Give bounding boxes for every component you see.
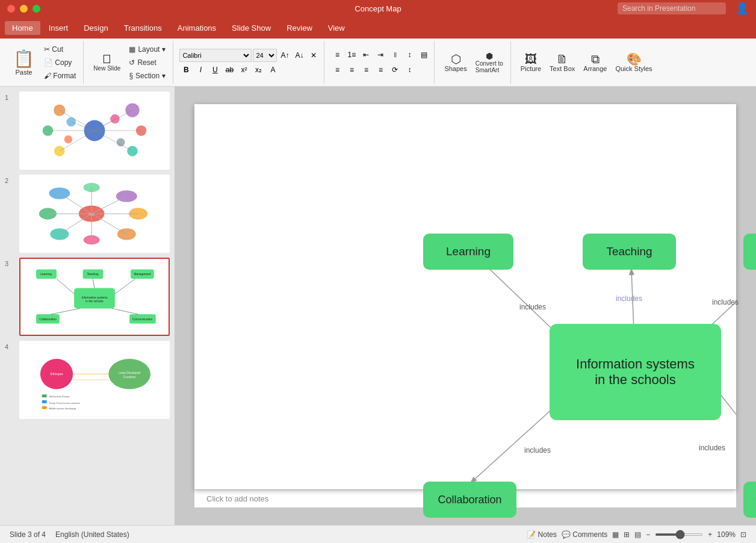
node-teaching[interactable]: Teaching — [583, 234, 676, 270]
text-direction-button[interactable]: ⟳ — [388, 63, 401, 76]
cut-button[interactable]: ✂ Cut — [40, 43, 79, 55]
clear-format-button[interactable]: ✕ — [307, 49, 320, 62]
slide-thumb-2[interactable]: Risk — [19, 175, 170, 253]
learning-label: Learning — [446, 245, 491, 258]
search-input[interactable] — [618, 2, 726, 14]
menu-home[interactable]: Home — [5, 21, 40, 35]
copy-button[interactable]: 📄 Copy — [40, 57, 79, 69]
svg-text:Teaching: Teaching — [87, 273, 99, 276]
fit-slide-button[interactable]: ⊡ — [740, 530, 746, 539]
slide-thumb-1[interactable] — [19, 92, 170, 170]
layout-button[interactable]: ▦ Layout ▾ — [125, 43, 169, 55]
zoom-plus-button[interactable]: + — [708, 530, 712, 539]
normal-view-button[interactable]: ▦ — [612, 530, 619, 539]
slide-item-1[interactable]: 1 — [5, 92, 170, 170]
arrange-button[interactable]: ⧉ Arrange — [580, 51, 610, 75]
smartart-icon: ⬢ — [486, 52, 493, 60]
increase-font-button[interactable]: A↑ — [278, 49, 291, 62]
new-slide-button[interactable]: 🗌 New Slide — [90, 51, 124, 74]
window-controls[interactable] — [7, 5, 40, 13]
decrease-indent-button[interactable]: ⇤ — [359, 48, 373, 61]
node-communication[interactable]: Communication — [743, 482, 756, 518]
align-text-button[interactable]: ↕ — [403, 63, 416, 76]
edge-label-collaboration: includes — [524, 446, 551, 455]
line-spacing-button[interactable]: ↕ — [403, 48, 416, 61]
svg-line-34 — [91, 214, 126, 234]
svg-rect-62 — [42, 394, 47, 397]
slide-thumb-3[interactable]: Information systems in the schools Learn… — [19, 258, 170, 336]
svg-line-33 — [60, 214, 91, 234]
font-size-select[interactable]: 24 — [253, 49, 277, 62]
minimize-button[interactable] — [20, 5, 28, 13]
zoom-slider[interactable] — [655, 533, 703, 536]
svg-line-51 — [93, 279, 94, 288]
svg-text:Collaboration: Collaboration — [39, 318, 57, 321]
section-button[interactable]: § Section ▾ — [125, 70, 169, 82]
reset-button[interactable]: ↺ Reset — [125, 57, 169, 69]
slide-number-1: 1 — [5, 92, 14, 101]
slide-thumb-4[interactable]: Ethiopia Least Developed Countries Self … — [19, 341, 170, 419]
format-painter-button[interactable]: 🖌 Format — [40, 70, 79, 82]
menu-transitions[interactable]: Transitions — [117, 21, 169, 35]
underline-button[interactable]: U — [208, 63, 222, 76]
bullets-button[interactable]: ≡ — [330, 48, 344, 61]
new-slide-label: New Slide — [93, 65, 120, 72]
smartart-convert-button[interactable]: ▤ — [417, 48, 430, 61]
svg-text:Countries: Countries — [123, 376, 136, 379]
notes-toggle[interactable]: 📝 Notes — [527, 530, 557, 539]
comments-toggle[interactable]: 💬 Comments — [562, 530, 607, 539]
paste-label: Paste — [15, 69, 32, 76]
close-button[interactable] — [7, 5, 15, 13]
text-box-button[interactable]: 🗎 Text Box — [546, 51, 578, 75]
menu-view[interactable]: View — [321, 21, 352, 35]
shapes-button[interactable]: ⬡ Shapes — [441, 51, 470, 75]
node-center[interactable]: Information systems in the schools — [550, 324, 721, 420]
menu-animations[interactable]: Animations — [170, 21, 223, 35]
text-box-icon: 🗎 — [556, 53, 568, 65]
node-collaboration[interactable]: Collaboration — [423, 482, 516, 518]
menu-slideshow[interactable]: Slide Show — [225, 21, 278, 35]
columns-button[interactable]: ⫴ — [388, 48, 401, 61]
bold-button[interactable]: B — [179, 63, 193, 76]
increase-indent-button[interactable]: ⇥ — [374, 48, 387, 61]
maximize-button[interactable] — [33, 5, 40, 13]
paste-icon: 📋 — [13, 49, 34, 69]
slide-item-4[interactable]: 4 Ethiopia Least Developed Countries — [5, 341, 170, 419]
font-color-button[interactable]: A — [266, 63, 279, 76]
language-info: English (United States) — [55, 530, 129, 539]
align-right-button[interactable]: ≡ — [359, 63, 373, 76]
numbering-button[interactable]: 1≡ — [345, 48, 358, 61]
font-select[interactable]: Calibri — [179, 49, 252, 62]
paste-button[interactable]: 📋 Paste — [8, 46, 39, 78]
title-bar: Concept Map 👤 — [0, 0, 756, 17]
node-learning[interactable]: Learning — [423, 234, 513, 270]
svg-text:Ethiopia: Ethiopia — [51, 372, 64, 376]
quick-styles-button[interactable]: 🎨 Quick Styles — [612, 51, 655, 75]
menu-insert[interactable]: Insert — [42, 21, 76, 35]
svg-line-54 — [112, 308, 138, 314]
italic-button[interactable]: I — [194, 63, 207, 76]
quick-styles-icon: 🎨 — [627, 53, 642, 65]
menu-review[interactable]: Review — [279, 21, 320, 35]
svg-line-30 — [91, 196, 126, 214]
align-justify-button[interactable]: ≡ — [374, 63, 387, 76]
convert-smartart-button[interactable]: ⬢ Convert toSmartArt — [472, 49, 507, 76]
subscript-button[interactable]: x₂ — [252, 63, 265, 76]
node-management[interactable]: Management — [743, 234, 756, 270]
slide-item-2[interactable]: 2 Risk — [5, 175, 170, 253]
superscript-button[interactable]: x² — [237, 63, 250, 76]
reading-view-button[interactable]: ▤ — [634, 530, 641, 539]
align-center-button[interactable]: ≡ — [345, 63, 358, 76]
menu-bar: Home Insert Design Transitions Animation… — [0, 17, 756, 39]
align-left-button[interactable]: ≡ — [330, 63, 344, 76]
slide-canvas[interactable]: Information systems in the schools Learn… — [194, 104, 736, 489]
user-icon[interactable]: 👤 — [736, 2, 749, 15]
picture-button[interactable]: 🖼 Picture — [517, 51, 545, 75]
strikethrough-button[interactable]: ab — [223, 63, 236, 76]
slide2-thumbnail: Risk — [20, 176, 169, 252]
zoom-minus-button[interactable]: − — [646, 530, 650, 539]
menu-design[interactable]: Design — [76, 21, 115, 35]
slide-sorter-button[interactable]: ⊞ — [624, 530, 630, 539]
decrease-font-button[interactable]: A↓ — [293, 49, 306, 62]
slide-item-3[interactable]: 3 Information systems in the schools Lea… — [5, 258, 170, 336]
